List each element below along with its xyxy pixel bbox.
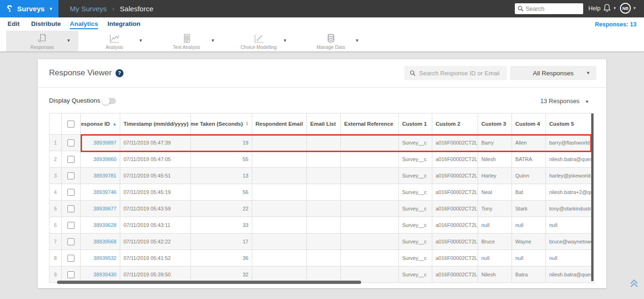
chevron-down-icon[interactable]: ▼ bbox=[355, 38, 359, 43]
toolbar-item-manage-data[interactable]: Manage Data ▼ bbox=[295, 31, 367, 51]
cell-response-id[interactable]: 38939677 bbox=[81, 201, 120, 217]
table-row: 73893956807/11/2019 05:42:2217Survey__ca… bbox=[50, 234, 594, 250]
scroll-to-top-button[interactable] bbox=[629, 278, 639, 291]
cell-respondent-email bbox=[252, 135, 307, 151]
select-all-checkbox[interactable] bbox=[67, 121, 74, 128]
page-title-text: Response Viewer bbox=[49, 68, 112, 78]
surveys-menu-button[interactable]: ? Surveys ▼ bbox=[0, 0, 58, 17]
divider bbox=[38, 87, 606, 88]
row-number: 3 bbox=[50, 168, 62, 184]
cell-custom-4: Allen bbox=[512, 135, 546, 151]
column-header-label: Time Taken (Seconds) bbox=[191, 121, 243, 127]
cell-email-list bbox=[307, 184, 341, 201]
global-search-input[interactable] bbox=[526, 6, 578, 12]
row-checkbox[interactable] bbox=[67, 271, 74, 278]
cell-response-id[interactable]: 38939897 bbox=[81, 135, 120, 151]
checkbox-cell bbox=[62, 135, 81, 151]
cell-response-id[interactable]: 38939532 bbox=[81, 250, 120, 267]
cell-response-id[interactable]: 38939628 bbox=[81, 217, 120, 234]
row-checkbox[interactable] bbox=[67, 238, 74, 245]
breadcrumb-my-surveys[interactable]: My Surveys bbox=[70, 5, 107, 13]
notifications-button[interactable]: ▼ bbox=[603, 3, 617, 13]
horizontal-scrollbar[interactable] bbox=[57, 281, 361, 284]
row-checkbox[interactable] bbox=[67, 222, 74, 229]
cell-email-list bbox=[307, 151, 341, 168]
chevron-down-icon: ▼ bbox=[633, 6, 636, 10]
row-checkbox[interactable] bbox=[67, 139, 74, 146]
header-spacer bbox=[50, 113, 62, 135]
tab-edit[interactable]: Edit bbox=[8, 20, 20, 27]
help-link[interactable]: Help bbox=[588, 5, 601, 12]
header-checkbox-cell bbox=[62, 113, 81, 135]
cell-time-taken: 36 bbox=[191, 250, 252, 267]
cell-custom-1: Survey__c bbox=[399, 201, 432, 217]
tab-integration[interactable]: Integration bbox=[107, 20, 140, 27]
column-header-time-taken[interactable]: Time Taken (Seconds)▲▼ bbox=[191, 113, 252, 135]
column-header-label: Custom 2 bbox=[436, 121, 460, 127]
cell-response-id[interactable]: 38939781 bbox=[81, 168, 120, 184]
row-checkbox[interactable] bbox=[67, 255, 74, 262]
cell-custom-4: Stark bbox=[512, 201, 546, 217]
sort-both-icon: ▲▼ bbox=[246, 121, 248, 126]
responses-count-link: Responses: 13 bbox=[595, 21, 636, 28]
row-checkbox[interactable] bbox=[67, 172, 74, 179]
tab-analytics[interactable]: Analytics bbox=[70, 20, 98, 29]
chevron-down-icon[interactable]: ▼ bbox=[283, 38, 287, 43]
chevron-down-icon: ▼ bbox=[586, 71, 590, 75]
chevron-down-icon[interactable]: ▼ bbox=[139, 38, 143, 43]
cell-timestamp: 07/11/2019 05:41:52 bbox=[120, 250, 191, 267]
chevron-down-icon[interactable]: ▼ bbox=[211, 38, 215, 43]
toolbar-item-text-analysis[interactable]: Text Analysis ▼ bbox=[150, 31, 223, 51]
row-checkbox[interactable] bbox=[67, 156, 74, 163]
text-analysis-icon bbox=[181, 33, 192, 44]
tab-distribute[interactable]: Distribute bbox=[31, 20, 61, 27]
display-questions-label: Display Questions bbox=[49, 97, 100, 104]
cell-custom-4: BATRA bbox=[512, 151, 546, 168]
chevron-down-icon: ▼ bbox=[585, 99, 589, 104]
cell-response-id[interactable]: 38939746 bbox=[81, 184, 120, 201]
cell-custom-3: null bbox=[478, 250, 512, 267]
account-menu-button[interactable]: NB ▼ bbox=[620, 3, 636, 14]
responses-count-dropdown[interactable]: 13 Responses ▼ bbox=[540, 97, 589, 105]
cell-custom-5: bruce@waynetowe bbox=[546, 234, 594, 250]
response-search-input[interactable] bbox=[419, 70, 499, 77]
cell-email-list bbox=[307, 168, 341, 184]
help-icon[interactable]: ? bbox=[116, 69, 124, 77]
cell-custom-2: a016F00002CT2Lc bbox=[432, 151, 478, 168]
cell-custom-3: Neal bbox=[478, 184, 512, 201]
checkbox-cell bbox=[62, 250, 81, 267]
cell-time-taken: 19 bbox=[191, 135, 252, 151]
row-checkbox[interactable] bbox=[67, 189, 74, 196]
cell-custom-2: a016F00002CT2LX bbox=[432, 201, 478, 217]
cell-external-reference bbox=[341, 184, 399, 201]
table-row: 63893962807/11/2019 05:43:1133Survey__ca… bbox=[50, 217, 594, 234]
cell-custom-5: tony@starkindustr bbox=[546, 201, 594, 217]
display-questions-toggle[interactable] bbox=[103, 98, 116, 104]
row-number: 7 bbox=[50, 234, 62, 250]
cell-respondent-email bbox=[252, 201, 307, 217]
cell-custom-3: Harley bbox=[478, 168, 512, 184]
analytics-toolbar: Responses ▼ Analysis ▼ Text Analysis ▼ C… bbox=[0, 31, 644, 52]
cell-timestamp: 07/11/2019 05:45:19 bbox=[120, 184, 191, 201]
breadcrumb-separator-icon: › bbox=[112, 6, 114, 12]
column-header-response-id[interactable]: Response ID▲ bbox=[81, 113, 120, 135]
cell-response-id[interactable]: 38939860 bbox=[81, 151, 120, 168]
toolbar-item-analysis[interactable]: Analysis ▼ bbox=[78, 31, 150, 51]
column-header-timestamp[interactable]: Timestamp (mm/dd/yyyy)▲▼ bbox=[120, 113, 191, 135]
row-number: 6 bbox=[50, 217, 62, 234]
toolbar-item-responses[interactable]: Responses ▼ bbox=[6, 31, 78, 51]
response-filter-dropdown[interactable]: All Responses ▼ bbox=[510, 66, 596, 80]
vertical-scrollbar[interactable] bbox=[591, 113, 594, 281]
toolbar-item-choice-modelling[interactable]: Choice Modelling ▼ bbox=[223, 31, 295, 51]
row-checkbox[interactable] bbox=[67, 205, 74, 212]
cell-custom-3: Barry bbox=[478, 135, 512, 151]
chevron-down-icon[interactable]: ▼ bbox=[66, 38, 71, 43]
response-viewer-card: Response Viewer ? All Responses ▼ Displa… bbox=[38, 59, 606, 288]
table-row: 83893953207/11/2019 05:41:5236Survey__ca… bbox=[50, 250, 594, 267]
cell-external-reference bbox=[341, 168, 399, 184]
cell-response-id[interactable]: 38939568 bbox=[81, 234, 120, 250]
cell-custom-1: Survey__c bbox=[399, 267, 432, 283]
cell-custom-4: null bbox=[512, 217, 546, 234]
responses-table: Response ID▲Timestamp (mm/dd/yyyy)▲▼Time… bbox=[49, 113, 594, 283]
column-header-external-reference: External Reference bbox=[341, 113, 399, 135]
